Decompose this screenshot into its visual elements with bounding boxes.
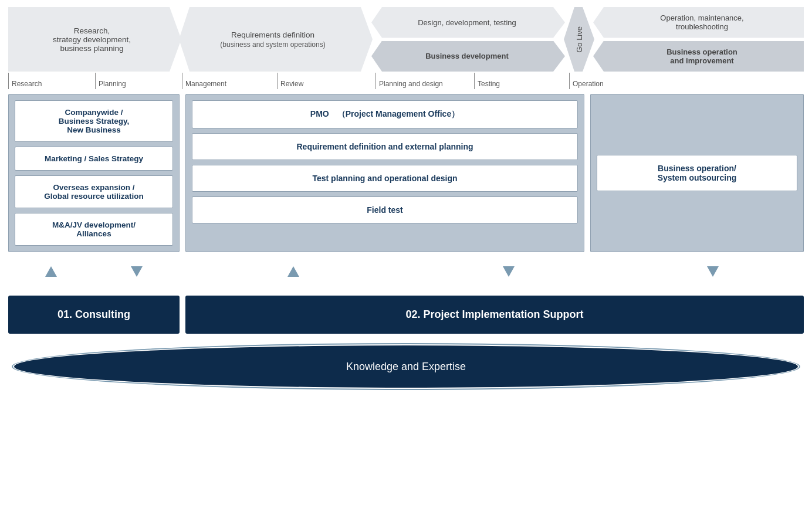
service-label-2: 02. Project Implementation Support: [405, 308, 583, 321]
label-planning: Planning: [95, 73, 182, 91]
arrow-down-right: [707, 266, 719, 277]
label-management: Management: [182, 73, 277, 91]
left-card-2: Marketing / Sales Strategy: [15, 147, 173, 171]
left-card-3: Overseas expansion /Global resource util…: [15, 175, 173, 208]
label-row: Research Planning Management Review Plan…: [8, 73, 804, 91]
label-operation: Operation: [569, 73, 804, 91]
arrow-box-2: Requirements definition (business and sy…: [179, 7, 373, 72]
conn-left: [8, 257, 180, 286]
arrow-down-mid: [503, 266, 515, 277]
arrow-up-left: [45, 266, 57, 277]
mid-panel: PMO （Project Management Office） Requirem…: [185, 94, 584, 252]
label-research: Research: [8, 73, 95, 91]
knowledge-ellipse: Knowledge and Expertise: [13, 344, 799, 389]
label-testing: Testing: [474, 73, 569, 91]
arrow-box-3: Design, development, testing Business de…: [371, 7, 565, 72]
arrow-box-1: Research,strategy development,business p…: [8, 7, 181, 72]
arrow-box-4-bot: Business operationand improvement: [593, 41, 804, 72]
right-card-ops: Business operation/System outsourcing: [597, 155, 797, 191]
knowledge-label: Knowledge and Expertise: [346, 361, 466, 373]
connector-row: [8, 257, 804, 286]
conn-right: [622, 257, 804, 286]
service-label-1: 01. Consulting: [57, 308, 130, 321]
arrow-down-left: [131, 266, 143, 277]
service-row: 01. Consulting 02. Project Implementatio…: [8, 296, 804, 334]
mid-card-req: Requirement definition and external plan…: [192, 133, 578, 160]
right-panel: Business operation/System outsourcing: [590, 94, 804, 252]
left-card-4: M&A/JV development/Alliances: [15, 213, 173, 246]
arrow-label-1: Research,strategy development,business p…: [53, 26, 131, 53]
left-panel: Companywide /Business Strategy,New Busin…: [8, 94, 180, 252]
arrow-row: Research,strategy development,business p…: [8, 7, 804, 72]
arrow-up-mid: [287, 266, 299, 277]
page: Research,strategy development,business p…: [0, 0, 812, 512]
go-live-box: Go Live: [564, 7, 594, 72]
arrow-label-2-sub: (business and system operations): [220, 40, 325, 49]
main-area: Companywide /Business Strategy,New Busin…: [8, 94, 804, 252]
mid-card-pmo: PMO （Project Management Office）: [192, 100, 578, 128]
mid-card-test: Test planning and operational design: [192, 165, 578, 192]
service-box-project: 02. Project Implementation Support: [185, 296, 804, 334]
arrow-box-4: Operation, maintenance,troubleshooting B…: [593, 7, 804, 72]
arrow-label-2-main: Requirements definition: [231, 30, 314, 39]
service-box-consulting: 01. Consulting: [8, 296, 180, 334]
arrow-box-3-top: Design, development, testing: [371, 7, 565, 38]
label-review: Review: [277, 73, 375, 91]
label-planning-design: Planning and design: [375, 73, 474, 91]
arrow-box-4-top: Operation, maintenance,troubleshooting: [593, 7, 804, 38]
arrow-box-3-bot: Business development: [371, 41, 565, 72]
mid-card-field: Field test: [192, 196, 578, 223]
left-card-1: Companywide /Business Strategy,New Busin…: [15, 100, 173, 142]
knowledge-section: Knowledge and Expertise: [8, 344, 804, 389]
conn-mid: [185, 257, 616, 286]
go-live-label: Go Live: [575, 26, 584, 53]
